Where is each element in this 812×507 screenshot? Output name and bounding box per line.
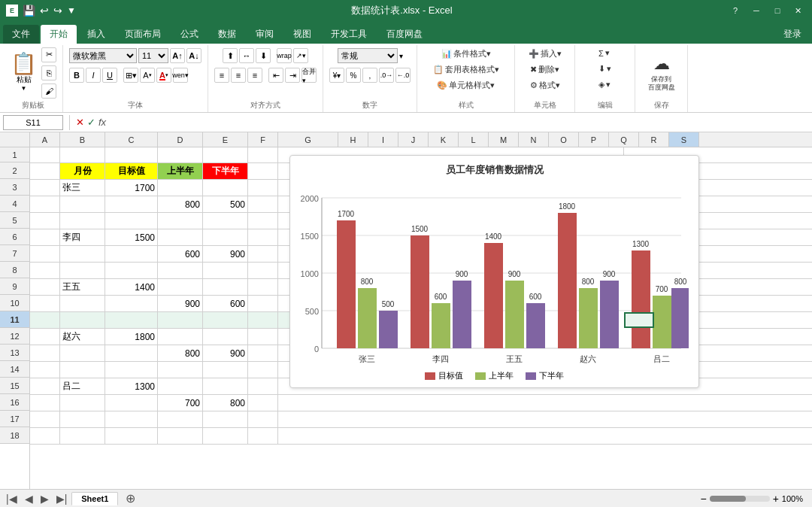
copy-button[interactable]: ⎘ xyxy=(41,65,56,80)
row-header-1[interactable]: 1 xyxy=(0,147,29,162)
cell-C15[interactable]: 1300 xyxy=(105,378,158,394)
col-header-P[interactable]: P xyxy=(579,132,609,147)
cell-E15[interactable] xyxy=(203,378,248,394)
row-header-16[interactable]: 16 xyxy=(0,394,29,411)
border-button[interactable]: ⊞▾ xyxy=(123,68,138,83)
help-btn[interactable]: ? xyxy=(728,5,743,17)
number-format-select[interactable]: 常规 xyxy=(338,48,398,63)
cell-A13[interactable] xyxy=(30,345,60,361)
sheet-nav-next[interactable]: ▶ xyxy=(38,493,52,505)
cell-C7[interactable] xyxy=(105,246,158,262)
align-middle-btn[interactable]: ↔ xyxy=(239,48,254,63)
row-header-17[interactable]: 17 xyxy=(0,411,29,427)
cell-A16[interactable] xyxy=(30,395,60,411)
row-header-8[interactable]: 8 xyxy=(0,262,29,278)
cell-F1[interactable] xyxy=(248,147,278,162)
align-right-btn[interactable]: ≡ xyxy=(247,68,262,83)
cell-F15[interactable] xyxy=(248,378,278,394)
save-baidu-btn[interactable]: ☁ 保存到百度网盘 xyxy=(645,53,678,93)
row-header-12[interactable]: 12 xyxy=(0,328,29,345)
cell-D7[interactable]: 600 xyxy=(158,246,203,262)
cell-B2[interactable]: 月份 xyxy=(60,163,105,179)
cell-B3[interactable]: 张三 xyxy=(60,180,105,196)
cell-D2[interactable]: 上半年 xyxy=(158,163,203,179)
cell-B6[interactable]: 李四 xyxy=(60,229,105,245)
formula-input[interactable] xyxy=(111,115,812,130)
cell-F7[interactable] xyxy=(248,246,278,262)
row-header-18[interactable]: 18 xyxy=(0,427,29,444)
cell-E6[interactable] xyxy=(203,229,248,245)
cell-F16[interactable] xyxy=(248,395,278,411)
row-header-11[interactable]: 11 xyxy=(0,311,29,328)
cell-A6[interactable] xyxy=(30,229,60,245)
cell-F2[interactable] xyxy=(248,163,278,179)
delete-btn[interactable]: ✖删除▾ xyxy=(529,62,561,77)
undo-btn[interactable]: ↩ xyxy=(40,5,49,17)
row-header-14[interactable]: 14 xyxy=(0,361,29,378)
cell-C13[interactable] xyxy=(105,345,158,361)
cell-C16[interactable] xyxy=(105,395,158,411)
cell-C18[interactable] xyxy=(105,428,158,444)
cell-A9[interactable] xyxy=(30,279,60,295)
cell-A3[interactable] xyxy=(30,180,60,196)
cell-D4[interactable]: 800 xyxy=(158,196,203,212)
cell-B9[interactable]: 王五 xyxy=(60,279,105,295)
paste-button[interactable]: 📋 粘贴 ▼ xyxy=(9,52,38,93)
col-header-A[interactable]: A xyxy=(30,132,60,147)
cell-A12[interactable] xyxy=(30,329,60,345)
strikethrough-btn[interactable]: wen▾ xyxy=(173,68,188,83)
cell-E11[interactable] xyxy=(203,312,248,328)
cell-B10[interactable] xyxy=(60,296,105,311)
cell-A11[interactable] xyxy=(30,312,60,328)
increase-font-btn[interactable]: A↑ xyxy=(170,48,185,63)
align-left-btn[interactable]: ≡ xyxy=(214,68,229,83)
cell-C6[interactable]: 1500 xyxy=(105,229,158,245)
cell-F10[interactable] xyxy=(248,296,278,311)
row-header-4[interactable]: 4 xyxy=(0,196,29,212)
cell-D5[interactable] xyxy=(158,213,203,229)
cell-D18[interactable] xyxy=(158,428,203,444)
sum-btn[interactable]: Σ▾ xyxy=(595,47,613,59)
zoom-slider[interactable] xyxy=(710,496,770,502)
cell-B7[interactable] xyxy=(60,246,105,262)
cell-F6[interactable] xyxy=(248,229,278,245)
col-header-B[interactable]: B xyxy=(60,132,105,147)
col-header-N[interactable]: N xyxy=(519,132,549,147)
cell-style-btn[interactable]: 🎨单元格样式▾ xyxy=(435,78,496,93)
cell-A7[interactable] xyxy=(30,246,60,262)
table-format-btn[interactable]: 📋套用表格格式▾ xyxy=(432,62,501,77)
cell-C5[interactable] xyxy=(105,213,158,229)
cell-C10[interactable] xyxy=(105,296,158,311)
zoom-out-btn[interactable]: − xyxy=(700,493,706,505)
cut-button[interactable]: ✂ xyxy=(41,47,56,62)
cell-F3[interactable] xyxy=(248,180,278,196)
row-header-13[interactable]: 13 xyxy=(0,345,29,361)
row-header-7[interactable]: 7 xyxy=(0,245,29,262)
cell-E8[interactable] xyxy=(203,263,248,278)
redo-btn[interactable]: ↪ xyxy=(53,5,62,17)
cell-D12[interactable] xyxy=(158,329,203,345)
cell-B11[interactable] xyxy=(60,312,105,328)
row-header-15[interactable]: 15 xyxy=(0,378,29,394)
row-header-6[interactable]: 6 xyxy=(0,229,29,245)
align-bottom-btn[interactable]: ⬇ xyxy=(256,48,271,63)
cell-D11[interactable] xyxy=(158,312,203,328)
row-header-3[interactable]: 3 xyxy=(0,179,29,196)
col-header-G[interactable]: G xyxy=(278,132,338,147)
cell-C3[interactable]: 1700 xyxy=(105,180,158,196)
minimize-btn[interactable]: ─ xyxy=(749,5,764,17)
cell-E16[interactable]: 800 xyxy=(203,395,248,411)
cell-A15[interactable] xyxy=(30,378,60,394)
cell-B12[interactable]: 赵六 xyxy=(60,329,105,345)
chart-container[interactable]: 员工年度销售数据情况 0 500 1000 1500 2000 xyxy=(289,155,699,388)
cell-C2[interactable]: 目标值 xyxy=(105,163,158,179)
tab-formula[interactable]: 公式 xyxy=(171,25,208,44)
increase-decimal-btn[interactable]: .0→ xyxy=(379,68,394,83)
close-btn[interactable]: ✕ xyxy=(791,5,806,17)
cell-F18[interactable] xyxy=(248,428,278,444)
tab-view[interactable]: 视图 xyxy=(284,25,320,44)
name-box[interactable] xyxy=(3,115,63,130)
zoom-in-btn[interactable]: + xyxy=(773,493,779,505)
cell-F5[interactable] xyxy=(248,213,278,229)
tab-home[interactable]: 开始 xyxy=(41,25,77,44)
